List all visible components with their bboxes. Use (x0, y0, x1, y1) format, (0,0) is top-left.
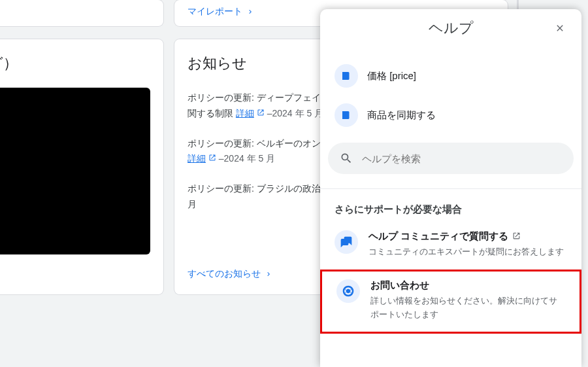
help-article-label: 価格 [price] (367, 70, 416, 82)
help-header: ヘルプ (320, 9, 581, 47)
video-thumbnail[interactable] (0, 88, 150, 254)
chevron-right-icon (265, 270, 272, 278)
article-icon (335, 103, 358, 127)
help-search-input[interactable] (362, 153, 562, 164)
external-link-icon (257, 108, 267, 118)
help-article-sync-products[interactable]: 商品を同期する (328, 96, 574, 135)
help-search[interactable] (328, 143, 574, 174)
more-support-label: さらにサポートが必要な場合 (320, 196, 581, 222)
divider (320, 188, 581, 189)
support-icon (336, 279, 360, 303)
my-report-label: マイレポート (188, 6, 242, 18)
community-desc: コミュニティのエキスパートが疑問にお答えします (368, 245, 567, 259)
main-left-title: スティング） (0, 54, 150, 73)
detail-link[interactable]: 詳細 (188, 153, 206, 164)
close-icon (555, 23, 565, 33)
contact-us-item[interactable]: お問い合わせ 詳しい情報をお知らせください。解決に向けてサポートいたします (320, 270, 581, 334)
article-icon (335, 64, 358, 88)
external-link-icon (208, 153, 219, 164)
main-left-card: スティング） (0, 39, 163, 294)
chevron-right-icon (246, 8, 254, 16)
help-article-label: 商品を同期する (367, 109, 436, 122)
close-button[interactable] (550, 18, 570, 38)
help-articles: 価格 [price] 商品を同期する (320, 47, 581, 137)
community-help-item[interactable]: ヘルプ コミュニティで質問する コミュニティのエキスパートが疑問にお答えします (320, 222, 581, 270)
detail-link[interactable]: 詳細 (236, 108, 254, 118)
community-title: ヘルプ コミュニティで質問する (368, 230, 508, 243)
community-icon (335, 230, 358, 254)
help-panel: ヘルプ 価格 [price] 商品を同期する さらにサポートが必要な場合 (320, 9, 581, 367)
help-article-price[interactable]: 価格 [price] (328, 56, 574, 96)
external-link-icon (512, 231, 521, 242)
my-report-link[interactable]: マイレポート (188, 6, 254, 18)
search-icon (340, 152, 353, 165)
help-title: ヘルプ (429, 18, 474, 38)
top-left-card (0, 0, 163, 26)
contact-desc: 詳しい情報をお知らせください。解決に向けてサポートいたします (370, 294, 565, 322)
contact-title: お問い合わせ (370, 279, 429, 292)
